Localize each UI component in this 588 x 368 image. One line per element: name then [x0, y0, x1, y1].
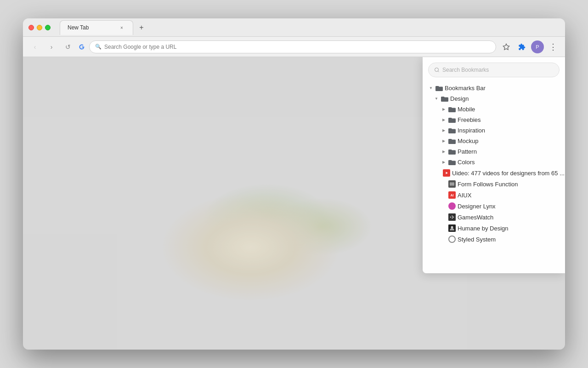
humane-favicon	[448, 224, 456, 232]
traffic-lights	[28, 25, 51, 30]
bookmark-search-field[interactable]: Search Bookmarks	[428, 63, 560, 77]
tab-title: New Tab	[68, 24, 114, 31]
bookmark-star-button[interactable]	[500, 40, 513, 53]
bookmark-item-humane-by-design[interactable]: Humane by Design	[423, 223, 565, 234]
folder-icon	[448, 149, 456, 155]
mockup-label: Mockup	[458, 138, 479, 144]
forward-button[interactable]: ›	[45, 40, 58, 53]
title-bar: New Tab × +	[23, 18, 565, 37]
toolbar-right: P ⋮	[500, 40, 560, 53]
fff-label: Form Follows Function	[458, 181, 518, 188]
folder-icon	[448, 127, 456, 134]
humane-by-design-label: Humane by Design	[458, 225, 509, 232]
gameswatch-label: GamesWatch	[458, 214, 493, 221]
address-text: Search Google or type a URL	[104, 44, 176, 50]
reload-button[interactable]: ↺	[62, 40, 74, 53]
chevron-right-icon: ▶	[441, 149, 447, 155]
address-bar[interactable]: 🔍 Search Google or type a URL	[89, 40, 496, 53]
content-area: Search Bookmarks ▼ Bookmarks Bar	[23, 57, 565, 350]
colors-label: Colors	[458, 159, 475, 166]
new-tab-button[interactable]: +	[135, 21, 148, 34]
maximize-button[interactable]	[45, 25, 51, 30]
svg-line-2	[438, 71, 439, 72]
aiux-favicon: AI	[448, 191, 456, 199]
styled-system-favicon	[448, 236, 456, 243]
bookmark-search-container: Search Bookmarks	[423, 57, 565, 81]
google-logo-icon	[78, 43, 85, 51]
bookmark-tree: ▼ Bookmarks Bar ▼	[423, 81, 565, 273]
active-tab[interactable]: New Tab ×	[60, 20, 133, 35]
chevron-down-icon: ▼	[428, 86, 434, 91]
chevron-down-icon: ▼	[434, 96, 439, 102]
chevron-right-icon: ▶	[441, 107, 447, 112]
back-button[interactable]: ‹	[28, 40, 41, 53]
browser-window: New Tab × + ‹ › ↺ 🔍 Search Google or typ…	[23, 18, 565, 350]
svg-marker-0	[503, 44, 509, 50]
svg-point-1	[435, 68, 439, 72]
chevron-right-icon: ▶	[441, 160, 447, 165]
extensions-button[interactable]	[515, 40, 528, 53]
aiux-label: AIUX	[458, 192, 471, 199]
bookmark-item-colors[interactable]: ▶ Colors	[423, 157, 565, 167]
designer-lynx-favicon	[448, 202, 456, 210]
bookmarks-bar-label: Bookmarks Bar	[445, 85, 486, 92]
close-button[interactable]	[28, 25, 34, 30]
bookmark-item-pattern[interactable]: ▶ Pattern	[423, 146, 565, 157]
avatar-initial: P	[536, 44, 539, 50]
bookmark-panel: Search Bookmarks ▼ Bookmarks Bar	[423, 57, 565, 273]
bookmark-item-form-follows-function[interactable]: Form Follows Function	[423, 178, 565, 190]
fff-favicon	[448, 180, 456, 188]
folder-icon	[448, 117, 456, 123]
profile-button[interactable]: P	[531, 40, 544, 53]
folder-icon	[441, 96, 448, 102]
bookmark-item-styled-system[interactable]: Styled System	[423, 234, 565, 245]
uideo-favicon	[443, 169, 450, 177]
search-placeholder: Search Bookmarks	[442, 67, 489, 73]
three-dots-icon: ⋮	[549, 43, 558, 51]
bookmark-item-uideo[interactable]: Uideo: 477 videos for designers from 65 …	[423, 167, 565, 178]
styled-system-label: Styled System	[458, 236, 496, 243]
folder-icon	[435, 85, 443, 92]
search-icon	[434, 67, 440, 73]
design-label: Design	[450, 95, 469, 102]
bookmark-item-aiux[interactable]: AI AIUX	[423, 190, 565, 201]
bookmark-item-mockup[interactable]: ▶ Mockup	[423, 136, 565, 146]
chevron-right-icon: ▶	[441, 138, 447, 144]
bookmark-item-gameswatch[interactable]: GamesWatch	[423, 212, 565, 223]
folder-icon	[448, 138, 456, 144]
inspiration-label: Inspiration	[458, 127, 485, 134]
svg-point-13	[451, 226, 453, 229]
bookmark-item-freebies[interactable]: ▶ Freebies	[423, 115, 565, 125]
pattern-label: Pattern	[458, 148, 477, 155]
mobile-label: Mobile	[458, 106, 475, 113]
search-icon: 🔍	[95, 44, 102, 50]
svg-rect-11	[448, 213, 456, 221]
tab-close-button[interactable]: ×	[118, 24, 125, 31]
freebies-label: Freebies	[458, 116, 481, 123]
bookmark-item-bookmarks-bar[interactable]: ▼ Bookmarks Bar	[423, 83, 565, 93]
bookmark-item-inspiration[interactable]: ▶ Inspiration	[423, 125, 565, 136]
gameswatch-favicon	[448, 213, 456, 221]
minimize-button[interactable]	[37, 25, 42, 30]
toolbar: ‹ › ↺ 🔍 Search Google or type a URL P	[23, 37, 565, 57]
folder-icon	[448, 106, 456, 113]
menu-button[interactable]: ⋮	[547, 40, 560, 53]
bookmark-item-mobile[interactable]: ▶ Mobile	[423, 104, 565, 115]
bookmark-item-designer-lynx[interactable]: Designer Lynx	[423, 201, 565, 212]
chevron-right-icon: ▶	[441, 117, 447, 123]
folder-icon	[448, 159, 456, 166]
designer-lynx-label: Designer Lynx	[458, 203, 496, 210]
tab-bar: New Tab × +	[60, 20, 560, 35]
chevron-right-icon: ▶	[441, 128, 447, 133]
uideo-label: Uideo: 477 videos for designers from 65 …	[452, 170, 565, 177]
bookmark-item-design[interactable]: ▼ Design	[423, 93, 565, 104]
